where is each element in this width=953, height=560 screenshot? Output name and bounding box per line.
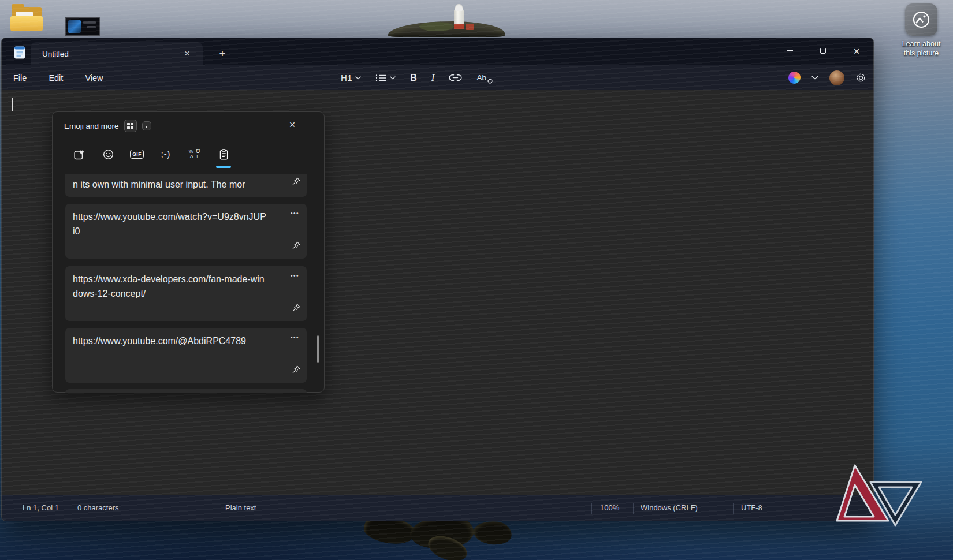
toolbar-right-group — [788, 65, 866, 90]
learn-about-label-line1: Learn about — [891, 39, 951, 48]
clipboard-item[interactable]: https://www.youtube.com/@AbdiRPC4789 ••• — [65, 328, 307, 383]
menu-toolbar-row: File Edit View H1 B I — [2, 65, 873, 90]
statusbar-divider — [633, 503, 634, 514]
new-tab-button[interactable]: + — [214, 46, 230, 61]
document-type: Plain text — [225, 503, 256, 512]
symbols-icon: % ℧ Δ + — [189, 149, 200, 159]
minimize-icon — [787, 50, 793, 51]
maximize-button[interactable] — [806, 38, 840, 64]
pin-icon[interactable] — [292, 364, 301, 378]
italic-button[interactable]: I — [429, 70, 437, 85]
notepad-app-icon — [14, 46, 25, 62]
pin-icon[interactable] — [292, 302, 301, 316]
account-avatar[interactable] — [829, 70, 844, 85]
link-button[interactable] — [446, 72, 464, 83]
bold-button[interactable]: B — [408, 71, 419, 85]
eraser-icon — [487, 79, 493, 84]
clipboard-item-text: https://www.xda-developers.com/fan-made-… — [65, 266, 302, 307]
clipboard-history-list: n its own with minimal user input. The m… — [53, 174, 325, 393]
copilot-chevron-down-icon[interactable] — [811, 76, 818, 80]
lighthouse-tower — [454, 9, 464, 29]
tab-close-icon[interactable]: × — [180, 46, 195, 61]
encoding[interactable]: UTF-8 — [741, 503, 762, 512]
statusbar-divider — [218, 503, 218, 514]
tab-untitled[interactable]: Untitled × — [31, 42, 203, 65]
islet-grass — [419, 22, 454, 31]
pin-icon[interactable] — [292, 176, 301, 190]
bullet-list-icon — [375, 74, 387, 82]
tab-kaomoji[interactable]: ;-) — [151, 144, 180, 165]
tab-bar: Untitled × + × — [2, 38, 873, 65]
clipboard-item[interactable]: n its own with minimal user input. The m… — [65, 174, 307, 197]
statusbar-divider — [69, 503, 69, 514]
learn-about-label-line2: this picture — [891, 48, 951, 58]
clipboard-item[interactable]: https://www.youtube.com/watch?v=U9z8vnJU… — [65, 204, 307, 259]
clipboard-item-text: https://www.youtube.com/@AbdiRPC4789 — [65, 328, 302, 354]
heading-label: H1 — [341, 73, 352, 83]
active-tab-indicator — [216, 166, 231, 168]
period-key-icon — [142, 121, 151, 130]
clipboard-item[interactable]: https://www.xda-developers.com/fan-made-… — [65, 266, 307, 321]
tab-emoji[interactable] — [94, 144, 122, 165]
menu-view[interactable]: View — [84, 71, 104, 85]
desktop-wallpaper: Learn about this picture Untitled × + — [0, 0, 953, 560]
panel-tabs: GIF ;-) % ℧ Δ + — [65, 144, 238, 165]
more-options-icon[interactable]: ••• — [291, 330, 299, 345]
tab-title: Untitled — [42, 50, 180, 58]
clipboard-icon — [219, 149, 228, 160]
pin-icon[interactable] — [292, 240, 301, 254]
shore-rocks — [358, 516, 520, 560]
smiley-icon — [103, 149, 114, 160]
recent-heart-icon — [74, 149, 85, 160]
zoom-level[interactable]: 100% — [600, 503, 619, 512]
windows-key-icon — [124, 120, 137, 132]
close-icon: × — [853, 46, 859, 57]
more-options-icon[interactable]: ••• — [291, 268, 299, 283]
tab-most-recent[interactable] — [65, 144, 94, 165]
panel-title: Emoji and more — [64, 122, 119, 130]
clipboard-item[interactable] — [65, 389, 307, 393]
gif-icon: GIF — [130, 150, 144, 159]
list-dropdown[interactable] — [373, 72, 398, 84]
line-endings[interactable]: Windows (CRLF) — [641, 503, 698, 512]
character-count: 0 characters — [77, 503, 119, 512]
settings-gear-icon[interactable] — [855, 72, 866, 83]
cursor-position: Ln 1, Col 1 — [23, 503, 59, 512]
menu-file[interactable]: File — [12, 71, 28, 85]
window-caption-controls: × — [773, 38, 873, 64]
maximize-icon — [820, 48, 826, 54]
clipboard-item-text: https://www.youtube.com/watch?v=U9z8vnJU… — [65, 204, 302, 244]
menu-edit[interactable]: Edit — [47, 71, 64, 85]
clipboard-item-text: n its own with minimal user input. The m… — [65, 174, 302, 192]
app-window-thumbnail-icon[interactable] — [65, 17, 100, 36]
status-bar: Ln 1, Col 1 0 characters Plain text 100%… — [2, 495, 873, 521]
heading-dropdown[interactable]: H1 — [338, 71, 363, 84]
picture-info-icon — [905, 3, 937, 36]
lighthouse-lantern — [455, 5, 463, 11]
panel-scrollbar[interactable] — [317, 335, 319, 363]
clear-formatting-label: Ab — [477, 73, 486, 82]
minimize-button[interactable] — [773, 38, 806, 64]
clear-formatting-button[interactable]: Ab — [474, 72, 492, 84]
copilot-icon[interactable] — [788, 72, 801, 84]
learn-about-picture-shortcut[interactable]: Learn about this picture — [891, 3, 951, 58]
close-button[interactable]: × — [840, 38, 873, 64]
lighthouse-outbuilding — [466, 24, 474, 30]
formatting-toolbar: H1 B I Ab — [338, 65, 492, 90]
statusbar-divider — [591, 503, 592, 514]
lighthouse-islet — [386, 0, 508, 37]
text-caret — [12, 98, 13, 111]
tab-symbols[interactable]: % ℧ Δ + — [180, 144, 209, 165]
more-options-icon[interactable]: ••• — [291, 206, 299, 221]
chevron-down-icon — [355, 76, 361, 80]
tab-clipboard[interactable] — [209, 144, 238, 165]
statusbar-divider — [733, 503, 734, 514]
link-icon — [449, 74, 462, 81]
desktop-folder-icon[interactable] — [10, 5, 44, 33]
tab-gif[interactable]: GIF — [122, 144, 151, 165]
chevron-down-icon — [390, 76, 396, 80]
emoji-and-more-panel: Emoji and more × GIF — [52, 111, 325, 393]
panel-close-icon[interactable]: × — [285, 118, 300, 133]
menu-bar: File Edit View — [12, 65, 105, 90]
